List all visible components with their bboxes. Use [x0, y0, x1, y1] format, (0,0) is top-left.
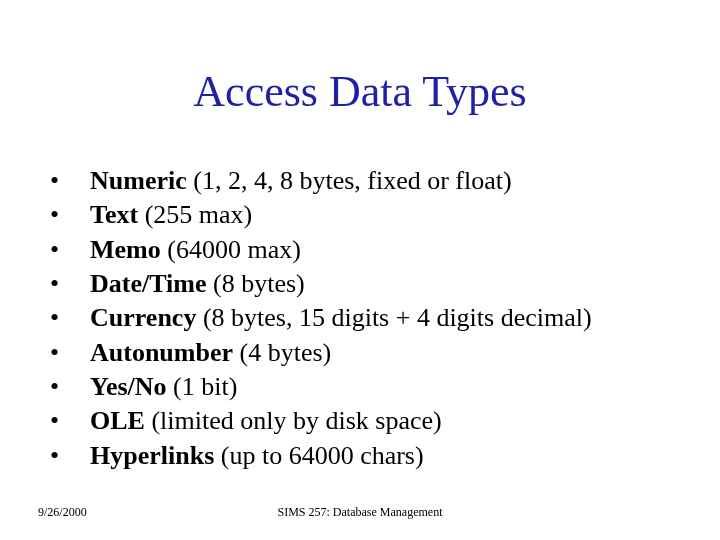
list-item-text: Numeric (1, 2, 4, 8 bytes, fixed or floa… — [90, 164, 710, 198]
bullet-icon: • — [46, 301, 90, 335]
list-item: • Date/Time (8 bytes) — [46, 267, 710, 301]
bullet-icon: • — [46, 370, 90, 404]
list-item: • Memo (64000 max) — [46, 233, 710, 267]
list-item-text: Date/Time (8 bytes) — [90, 267, 710, 301]
list-item: • OLE (limited only by disk space) — [46, 404, 710, 438]
slide-title: Access Data Types — [0, 66, 720, 117]
footer-course: SIMS 257: Database Management — [0, 505, 720, 520]
bullet-list: • Numeric (1, 2, 4, 8 bytes, fixed or fl… — [46, 164, 710, 473]
list-item-text: Yes/No (1 bit) — [90, 370, 710, 404]
list-item-text: Memo (64000 max) — [90, 233, 710, 267]
bullet-icon: • — [46, 233, 90, 267]
list-item-text: Text (255 max) — [90, 198, 710, 232]
list-item-text: Currency (8 bytes, 15 digits + 4 digits … — [90, 301, 710, 335]
list-item-text: Hyperlinks (up to 64000 chars) — [90, 439, 710, 473]
list-item: • Currency (8 bytes, 15 digits + 4 digit… — [46, 301, 710, 335]
bullet-icon: • — [46, 336, 90, 370]
slide: Access Data Types • Numeric (1, 2, 4, 8 … — [0, 0, 720, 540]
bullet-icon: • — [46, 164, 90, 198]
bullet-icon: • — [46, 267, 90, 301]
bullet-icon: • — [46, 404, 90, 438]
list-item-text: OLE (limited only by disk space) — [90, 404, 710, 438]
list-item: • Yes/No (1 bit) — [46, 370, 710, 404]
bullet-icon: • — [46, 439, 90, 473]
bullet-icon: • — [46, 198, 90, 232]
list-item: • Text (255 max) — [46, 198, 710, 232]
list-item-text: Autonumber (4 bytes) — [90, 336, 710, 370]
list-item: • Numeric (1, 2, 4, 8 bytes, fixed or fl… — [46, 164, 710, 198]
list-item: • Hyperlinks (up to 64000 chars) — [46, 439, 710, 473]
list-item: • Autonumber (4 bytes) — [46, 336, 710, 370]
